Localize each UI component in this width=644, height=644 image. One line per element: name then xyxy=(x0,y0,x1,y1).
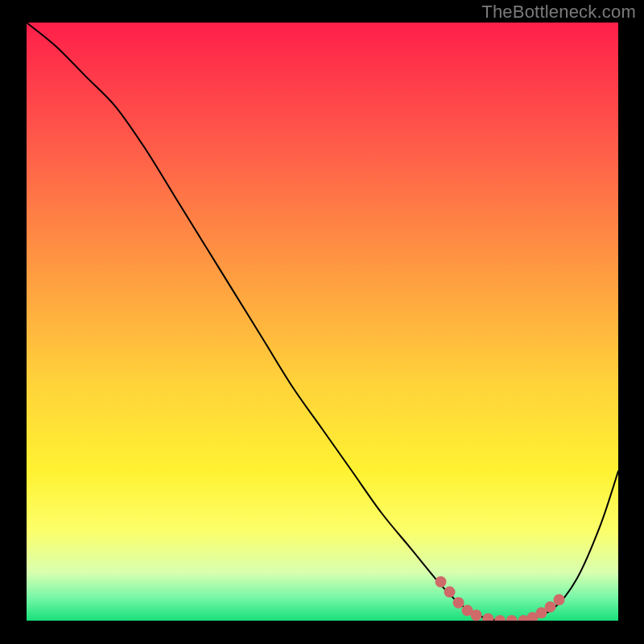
gradient-background xyxy=(27,23,618,621)
marker-dot xyxy=(436,576,447,588)
chart-frame: TheBottleneck.com xyxy=(0,0,644,644)
marker-dot xyxy=(471,609,482,621)
marker-dot xyxy=(554,594,565,605)
marker-dot xyxy=(544,601,555,613)
watermark-text: TheBottleneck.com xyxy=(481,2,636,23)
marker-dot xyxy=(444,586,456,597)
chart-svg xyxy=(27,23,618,621)
chart-plot-area xyxy=(27,23,618,621)
marker-dot xyxy=(453,597,464,609)
